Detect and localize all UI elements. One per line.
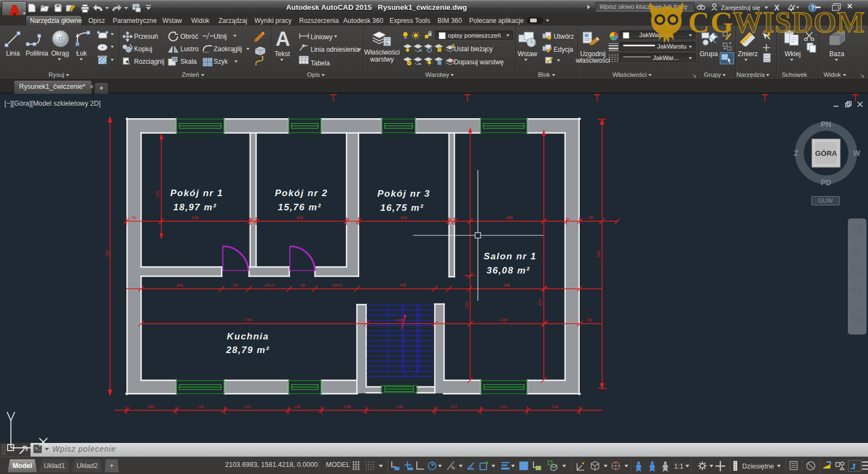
svg-text:Zarejestruj się: Zarejestruj się: [721, 4, 760, 11]
svg-text:145,5: 145,5: [264, 283, 275, 288]
svg-text:398: 398: [177, 283, 184, 288]
svg-text:134: 134: [551, 404, 559, 409]
svg-text:50: 50: [132, 215, 136, 220]
svg-text:Kuchnia: Kuchnia: [227, 331, 269, 342]
svg-text:388: 388: [506, 215, 513, 220]
svg-text:388: 388: [503, 283, 511, 288]
svg-text:170: 170: [500, 404, 507, 409]
svg-text:530: 530: [596, 251, 601, 258]
svg-text:80: 80: [301, 283, 305, 288]
svg-text:?: ?: [811, 4, 815, 11]
svg-text:16,75 m²: 16,75 m²: [380, 203, 424, 213]
svg-text:W: W: [853, 149, 860, 157]
svg-text:Pokój nr 2: Pokój nr 2: [275, 188, 327, 198]
svg-text:329: 329: [400, 215, 408, 220]
svg-text:Pokój nr 3: Pokój nr 3: [377, 189, 430, 199]
svg-text:36,08 m²: 36,08 m²: [487, 265, 530, 276]
svg-text:15,76 m²: 15,76 m²: [278, 202, 321, 212]
svg-text:X: X: [774, 3, 780, 12]
svg-text:182: 182: [148, 404, 155, 409]
svg-text:Z: Z: [794, 149, 799, 157]
svg-text:130: 130: [396, 404, 403, 409]
svg-text:130: 130: [294, 404, 301, 409]
svg-text:779: 779: [245, 318, 252, 323]
svg-text:PD: PD: [821, 178, 831, 187]
svg-text:306: 306: [192, 215, 199, 220]
svg-text:PN: PN: [821, 120, 831, 129]
svg-text:50: 50: [587, 318, 592, 323]
svg-text:275: 275: [155, 191, 160, 198]
svg-text:28,79 m²: 28,79 m²: [226, 345, 270, 355]
svg-text:18,97 m²: 18,97 m²: [173, 202, 217, 212]
svg-text:223: 223: [464, 302, 469, 309]
svg-text:155: 155: [399, 283, 406, 288]
svg-text:155,5: 155,5: [332, 283, 342, 288]
svg-text:227: 227: [451, 404, 458, 409]
svg-text:Salon nr 1: Salon nr 1: [483, 251, 536, 262]
svg-text:130: 130: [397, 318, 404, 323]
svg-text:80: 80: [233, 283, 238, 288]
svg-text:437: 437: [501, 318, 508, 323]
svg-text:238: 238: [344, 404, 351, 409]
svg-text:Dziesiętne: Dziesiętne: [742, 463, 774, 470]
svg-text:170: 170: [197, 404, 204, 409]
svg-text:Pokój nr 1: Pokój nr 1: [170, 188, 223, 198]
svg-text:227: 227: [538, 299, 543, 306]
svg-text:520: 520: [105, 250, 110, 257]
svg-text:50: 50: [589, 215, 593, 220]
svg-text:GÓRA: GÓRA: [815, 149, 837, 157]
svg-text:227: 227: [245, 404, 252, 409]
svg-text:329: 329: [296, 215, 304, 220]
svg-text:1:1: 1:1: [674, 463, 683, 470]
